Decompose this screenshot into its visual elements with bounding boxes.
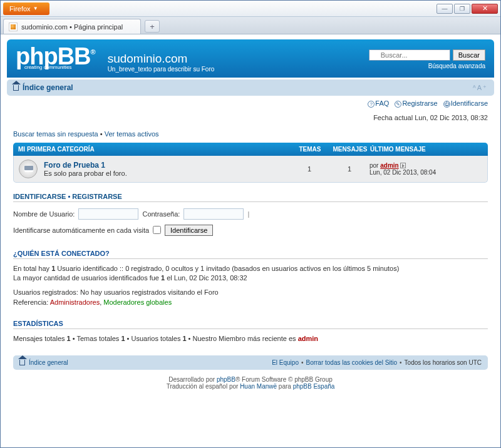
team-link[interactable]: El Equipo — [272, 359, 299, 366]
mods-link[interactable]: Moderadores globales — [103, 298, 172, 306]
footer-nav: Índice general El Equipo•Borrar todas la… — [13, 355, 488, 370]
online-users: Usuarios registrados: No hay usuarios re… — [7, 285, 494, 310]
forum-info: Foro de Prueba 1 Es solo para probar el … — [44, 161, 289, 177]
username-input[interactable] — [78, 208, 138, 220]
last-post: por admin Lun, 02 Dic 2013, 08:04 — [369, 162, 482, 176]
search-shortcuts: Buscar temas sin respuesta • Ver temas a… — [7, 128, 494, 140]
password-input[interactable] — [183, 208, 244, 220]
logo-text: phpBB — [16, 43, 91, 69]
lastpost-author-link[interactable]: admin — [380, 162, 398, 169]
translator-link[interactable]: Huan Manwë — [240, 383, 277, 390]
forum-title-link[interactable]: Foro de Prueba 1 — [44, 161, 105, 170]
login-form-row2: Identificarse automáticamente en cada vi… — [7, 223, 494, 240]
credits: Desarrollado por phpBB® Forum Software ©… — [7, 374, 494, 396]
unanswered-link[interactable]: Buscar temas sin respuesta — [13, 130, 98, 138]
site-description: sudominio.com Un_breve_texto para descri… — [108, 46, 215, 73]
phpbb-es-link[interactable]: phpBB España — [293, 383, 335, 390]
phpbb-link[interactable]: phpBB — [217, 376, 235, 383]
firefox-label: Firefox — [9, 5, 31, 13]
forum-header: phpBB® creating communities sudominio.co… — [7, 39, 494, 78]
phpbb-logo: phpBB® creating communities — [16, 46, 95, 73]
footer-right: El Equipo•Borrar todas las cookies del S… — [272, 359, 482, 366]
forum-icon — [19, 160, 38, 178]
search-area: 🔍 Buscar Búsqueda avanzada — [369, 46, 485, 73]
site-name: sudominio.com — [108, 52, 215, 66]
by-label: por — [369, 162, 380, 169]
favicon-icon — [9, 23, 18, 31]
register-link[interactable]: Registrarse — [402, 99, 437, 107]
login-heading-link[interactable]: IDENTIFICARSE — [13, 193, 66, 200]
search-input[interactable] — [369, 49, 450, 61]
stats-line: Mensajes totales 1 • Temas totales 1 • U… — [7, 332, 494, 346]
register-heading-link[interactable]: REGISTRARSE — [72, 193, 121, 200]
tab-title: sudominio.com • Página principal — [21, 23, 123, 31]
registered-icon: ® — [91, 48, 95, 56]
index-link-footer[interactable]: Índice general — [29, 359, 68, 366]
home-icon — [13, 85, 19, 91]
forum-desc: Es solo para probar el foro. — [44, 170, 289, 177]
admins-link[interactable]: Administradores — [50, 298, 100, 306]
autologin-label: Identificarse automáticamente en cada vi… — [13, 227, 149, 234]
online-stats: En total hay 1 Usuario identificado :: 0… — [7, 262, 494, 286]
minimize-button[interactable]: — — [436, 4, 453, 14]
font-size-control[interactable]: ᴬA⁺ — [473, 84, 488, 92]
lastpost-date: Lun, 02 Dic 2013, 08:04 — [369, 169, 436, 176]
page-content: phpBB® creating communities sudominio.co… — [1, 34, 500, 401]
breadcrumb-bar: Índice general ᴬA⁺ — [7, 79, 494, 96]
forum-row: Foro de Prueba 1 Es solo para probar el … — [13, 156, 488, 183]
stats-heading: ESTADÍSTICAS — [13, 320, 488, 329]
col-topics: TEMAS — [290, 146, 330, 153]
separator: • — [98, 130, 105, 138]
goto-last-icon[interactable] — [400, 163, 406, 168]
browser-window: Firefox ▼ — ❐ ✕ sudominio.com • Página p… — [0, 0, 501, 448]
index-link[interactable]: Índice general — [23, 83, 73, 92]
chevron-down-icon: ▼ — [33, 6, 38, 11]
register-icon: ✎ — [395, 101, 401, 108]
site-desc: Un_breve_texto para describir su Foro — [108, 66, 215, 73]
close-button[interactable]: ✕ — [472, 4, 498, 14]
firefox-menu-button[interactable]: Firefox ▼ — [3, 3, 49, 15]
faq-link[interactable]: FAQ — [375, 99, 389, 107]
maximize-button[interactable]: ❐ — [454, 4, 470, 14]
password-label: Contraseña: — [142, 210, 180, 218]
login-heading: IDENTIFICARSE • REGISTRARSE — [13, 193, 488, 202]
autologin-checkbox[interactable] — [153, 226, 161, 234]
col-posts: MENSAJES — [330, 146, 370, 153]
active-topics-link[interactable]: Ver temas activos — [105, 130, 159, 138]
home-icon — [19, 360, 25, 365]
category-header: MI PRIMERA CATEGORÍA TEMAS MENSAJES ÚLTI… — [13, 143, 488, 156]
newest-member-link[interactable]: admin — [298, 335, 318, 342]
separator: | — [247, 210, 249, 218]
browser-tab[interactable]: sudominio.com • Página principal — [3, 19, 141, 34]
power-icon: ⏻ — [443, 101, 450, 108]
login-submit-button[interactable]: Identificarse — [165, 225, 213, 236]
advanced-search-link[interactable]: Búsqueda avanzada — [428, 63, 485, 69]
tab-bar: sudominio.com • Página principal + — [1, 17, 500, 34]
category-name: MI PRIMERA CATEGORÍA — [18, 146, 290, 153]
delete-cookies-link[interactable]: Borrar todas las cookies del Sitio — [306, 359, 397, 366]
user-links: ?FAQ ✎Registrarse ⏻Identificarse — [7, 96, 494, 111]
titlebar: Firefox ▼ — ❐ ✕ — [1, 1, 500, 17]
col-lastpost: ÚLTIMO MENSAJE — [370, 146, 483, 153]
online-heading: ¿QUIÉN ESTÁ CONECTADO? — [13, 250, 488, 259]
search-button[interactable]: Buscar — [453, 49, 485, 61]
username-label: Nombre de Usuario: — [13, 210, 75, 218]
topics-count: 1 — [289, 165, 329, 173]
current-datetime: Fecha actual Lun, 02 Dic 2013, 08:32 — [7, 111, 494, 128]
login-form-row1: Nombre de Usuario: Contraseña: | — [7, 205, 494, 223]
login-link[interactable]: Identificarse — [451, 99, 488, 107]
new-tab-button[interactable]: + — [145, 20, 160, 33]
window-controls: — ❐ ✕ — [436, 4, 498, 14]
help-icon: ? — [368, 101, 374, 108]
posts-count: 1 — [329, 165, 369, 173]
timezone-text: Todos los horarios son UTC — [405, 359, 482, 366]
